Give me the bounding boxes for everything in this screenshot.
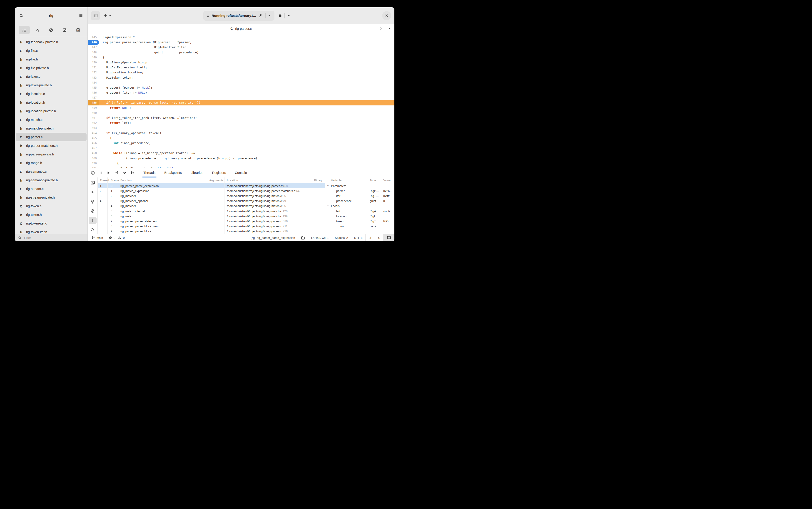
run-output-icon[interactable] (89, 189, 97, 196)
code-line-463[interactable]: 463 (88, 126, 394, 130)
file-item[interactable]: hrig-file-private.h (16, 64, 86, 72)
variable-row[interactable]: locationRigL… (325, 213, 394, 218)
tab-console[interactable]: Console (235, 168, 247, 177)
tab-registers[interactable]: Registers (212, 168, 226, 177)
frame-row[interactable]: 10rig_parser_parse_expression/home/chris… (98, 183, 325, 189)
frame-row[interactable]: 5rig_match_internal/home/christian/Proje… (98, 209, 325, 213)
file-item[interactable]: hrig-location-private.h (16, 107, 86, 115)
code-line-461[interactable]: 461 if (!rig_token_iter_peek (iter, &tok… (88, 115, 394, 121)
frame-row[interactable]: 8rig_parser_parse_block_item/home/christ… (98, 224, 325, 229)
file-item[interactable]: Crig-location.c (16, 90, 86, 98)
indentation-setting[interactable]: Spaces: 2 (332, 234, 351, 241)
code-line-464[interactable]: 464 if (is_binary_operator (token)) (88, 131, 394, 136)
profiler-circle-icon[interactable] (89, 207, 97, 215)
sidebar-tab-build[interactable] (32, 26, 43, 34)
code-line-465[interactable]: 465 { (88, 136, 394, 141)
stop-options-chevron-icon[interactable] (287, 14, 290, 17)
code-line-458[interactable]: 458 if (!(left = rig_parser_parse_factor… (88, 100, 394, 105)
code-line-468[interactable]: 468 while ((binop = is_binary_operator (… (88, 151, 394, 156)
line-ending-setting[interactable]: LF (365, 234, 375, 241)
frame-row[interactable]: 43rig_matcher_optional/home/christian/Pr… (98, 199, 325, 204)
code-line-449[interactable]: 449{ (88, 55, 394, 60)
frame-row[interactable]: 4rig_matcher/home/christian/Projects/rig… (98, 204, 325, 209)
close-window-button[interactable] (382, 11, 391, 20)
file-item[interactable]: hrig-parser-matchers.h (16, 141, 86, 150)
run-command-button[interactable]: Running reftests/ternary1... (203, 11, 274, 21)
code-line-450[interactable]: 450 RigBinaryOperator binop; (88, 60, 394, 65)
code-line-455[interactable]: 455 g_assert (parser != NULL); (88, 85, 394, 90)
tab-threads[interactable]: Threads (143, 168, 155, 177)
file-item[interactable]: Crig-semantic.c (16, 167, 86, 176)
code-line-445[interactable]: 445RigAstExpression * (88, 35, 394, 40)
warning-count[interactable]: 0 (118, 236, 125, 239)
new-tab-button[interactable] (104, 13, 111, 18)
step-out-icon[interactable] (131, 171, 135, 175)
file-item[interactable]: Crig-match.c (16, 115, 86, 124)
info-icon[interactable] (88, 171, 98, 175)
search-panel-icon[interactable] (89, 226, 97, 234)
cursor-position[interactable]: Ln 458, Col 1 (308, 234, 331, 241)
menu-icon[interactable] (79, 13, 83, 18)
file-item[interactable]: hrig-token.h (16, 210, 86, 219)
sidebar-tab-profiler[interactable] (46, 26, 57, 34)
build-hammer-icon[interactable] (258, 13, 263, 18)
code-line-470[interactable]: 470 { (88, 161, 394, 166)
code-line-466[interactable]: 466 int binop_precedence; (88, 141, 394, 146)
variable-row[interactable]: precedenceguint0 (325, 199, 394, 204)
debugger-icon[interactable] (89, 217, 97, 225)
tab-breakpoints[interactable]: Breakpoints (164, 168, 182, 177)
file-item[interactable]: hrig-semantic-private.h (16, 176, 86, 184)
current-function[interactable]: ƒ{} rig_parser_parse_expression (248, 234, 298, 241)
file-item[interactable]: Crig-parser.c (16, 133, 86, 141)
code-line-447[interactable]: 447 RigTokenIter *iter, (88, 45, 394, 50)
frame-row[interactable]: 7rig_parser_parse_statement/home/christi… (98, 218, 325, 224)
code-line-471[interactable]: 471 RigAstExpression *right = NULL; (88, 166, 394, 168)
step-over-icon[interactable] (123, 171, 127, 175)
code-line-469[interactable]: 469 (binop_precedence = rig_binary_opera… (88, 156, 394, 161)
editor-tab-bar[interactable]: C rig-parser.c (88, 24, 394, 33)
search-icon[interactable] (19, 13, 24, 18)
code-line-454[interactable]: 454 (88, 80, 394, 85)
sidebar-tab-documentation[interactable]: D (72, 26, 83, 34)
file-item[interactable]: hrig-parser-private.h (16, 150, 86, 159)
language-setting[interactable]: C (375, 234, 383, 241)
file-item[interactable]: hrig-token-iter.h (16, 228, 86, 234)
run-options-chevron-icon[interactable] (268, 14, 271, 17)
disclosure-triangle-icon[interactable]: ▼ (327, 205, 331, 207)
sidebar-tab-todo[interactable] (59, 26, 70, 34)
filter-input[interactable] (24, 236, 84, 240)
frame-row[interactable]: 21rig_match_expression/home/christian/Pr… (98, 189, 325, 193)
file-item[interactable]: hrig-file.h (16, 55, 86, 64)
code-line-460[interactable]: 460 (88, 110, 394, 115)
lightbulb-icon[interactable] (89, 198, 97, 205)
code-line-467[interactable]: 467 (88, 146, 394, 151)
step-in-icon[interactable] (114, 171, 118, 175)
variable-group[interactable]: ▼Locals (325, 204, 394, 209)
code-line-457[interactable]: 457 (88, 95, 394, 100)
branch-indicator[interactable]: main (92, 236, 103, 239)
code-line-462[interactable]: 462 return left; (88, 121, 394, 126)
variable-group[interactable]: ▼Parameters (325, 183, 394, 189)
sidebar-tab-project-tree[interactable] (19, 26, 30, 34)
code-line-452[interactable]: 452 RigLocation location; (88, 70, 394, 75)
file-item[interactable]: hrig-feedback-private.h (16, 38, 86, 46)
file-item[interactable]: hrig-lexer-private.h (16, 81, 86, 90)
frame-row[interactable]: 6rig_match/home/christian/Projects/rig/l… (98, 213, 325, 218)
pause-icon[interactable] (99, 171, 102, 174)
terminal-icon[interactable] (89, 179, 97, 186)
project-folder-button[interactable] (298, 234, 308, 241)
variable-row[interactable]: parserRigP…0x26… (325, 189, 394, 193)
variable-row[interactable]: __func__cons… (325, 224, 394, 229)
code-line-456[interactable]: 456 g_assert (iter != NULL); (88, 90, 394, 95)
tab-libraries[interactable]: Libraries (190, 168, 203, 177)
file-item[interactable]: hrig-match-private.h (16, 124, 86, 133)
file-item[interactable]: Crig-stream.c (16, 184, 86, 193)
variable-row[interactable]: leftRigA…<opti… (325, 209, 394, 213)
code-line-446[interactable]: 446rig_parser_parse_expression (RigParse… (88, 40, 394, 45)
file-item[interactable]: Crig-token-iter.c (16, 219, 86, 228)
file-item[interactable]: hrig-range.h (16, 159, 86, 167)
code-line-451[interactable]: 451 RigAstExpression *left; (88, 65, 394, 70)
file-item[interactable]: Crig-lexer.c (16, 72, 86, 81)
variable-row[interactable]: tokenRigT…RIG_… (325, 218, 394, 224)
error-count[interactable]: 0 (109, 236, 115, 239)
